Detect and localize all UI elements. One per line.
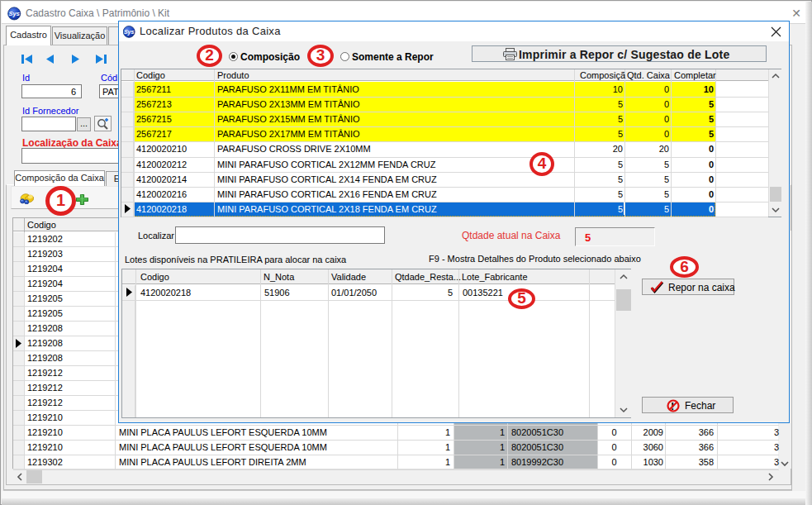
svg-text:Sys: Sys bbox=[124, 29, 135, 36]
svg-text:Sys: Sys bbox=[9, 10, 20, 17]
